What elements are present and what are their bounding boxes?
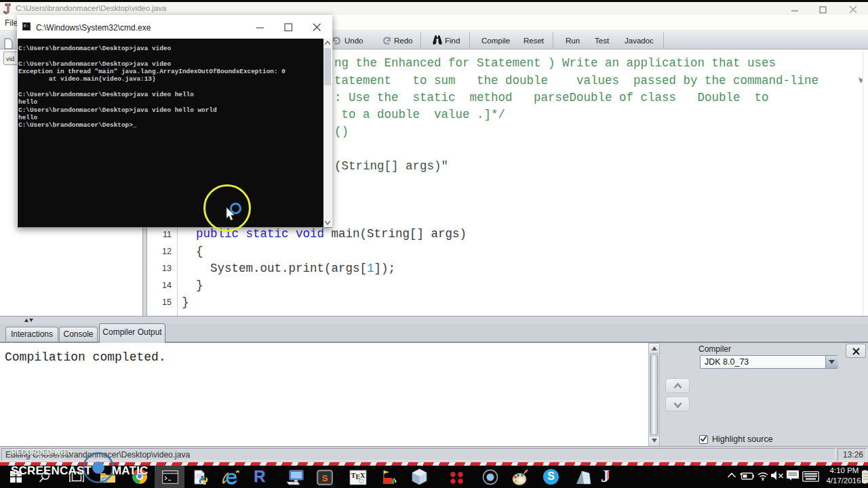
svg-text:S: S xyxy=(322,473,328,483)
